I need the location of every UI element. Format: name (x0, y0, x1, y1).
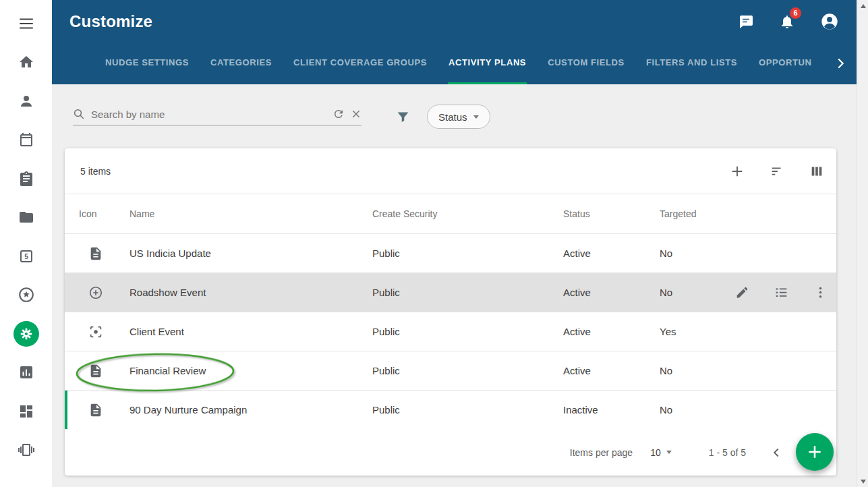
menu-button[interactable] (7, 4, 45, 43)
cell-create-security: Public (372, 365, 563, 376)
table-row[interactable]: Client Event Public Active Yes (65, 312, 836, 351)
add-item-button[interactable] (730, 164, 745, 179)
sidebar-item-calendar[interactable] (7, 121, 45, 160)
chat-button[interactable] (738, 13, 754, 30)
table-header-row: Icon Name Create Security Status Targete… (65, 194, 836, 233)
scroll-up-button[interactable] (857, 0, 868, 11)
col-header-targeted: Targeted (660, 208, 735, 219)
account-icon (820, 12, 839, 31)
table-row[interactable]: US Indicia Update Public Active No (65, 233, 836, 273)
search-icon (73, 108, 85, 120)
refresh-button[interactable] (332, 108, 345, 120)
col-header-status: Status (563, 208, 660, 219)
cell-create-security: Public (372, 326, 563, 337)
svg-text:5: 5 (24, 253, 28, 260)
tabs-overflow-button[interactable] (833, 42, 857, 84)
sort-button[interactable] (770, 164, 784, 179)
sidebar-item-settings[interactable] (7, 314, 45, 353)
scroll-down-button[interactable] (857, 476, 868, 487)
cell-status: Active (563, 287, 660, 298)
table-row[interactable]: Financial Review Public Active No (65, 351, 836, 390)
cell-targeted: No (660, 287, 735, 298)
columns-icon (809, 164, 824, 179)
sidebar-item-files[interactable] (7, 198, 45, 237)
page-size-select[interactable]: 10 (650, 447, 672, 458)
sidebar: 5 (0, 0, 52, 487)
home-icon (18, 54, 34, 70)
page-size-value: 10 (650, 447, 661, 458)
tab-bar: NUDGE SETTINGS CATEGORIES CLIENT COVERAG… (52, 42, 857, 84)
filter-button[interactable] (396, 110, 410, 124)
plus-circle-icon (79, 285, 129, 300)
sidebar-item-tasks[interactable] (7, 159, 45, 198)
sidebar-item-home[interactable] (7, 43, 45, 82)
sidebar-item-contacts[interactable] (7, 82, 45, 121)
vertical-scrollbar[interactable] (857, 0, 868, 487)
account-button[interactable] (820, 12, 839, 31)
menu-icon (18, 15, 35, 32)
cell-targeted: No (660, 248, 735, 259)
activity-plans-card: 5 items Icon Name Create Security Status… (65, 148, 836, 476)
cell-status: Active (563, 365, 660, 376)
columns-button[interactable] (809, 164, 824, 179)
tab-categories[interactable]: CATEGORIES (210, 42, 272, 84)
document-icon (79, 364, 129, 378)
cell-create-security: Public (372, 248, 563, 259)
cell-name: Financial Review (129, 365, 372, 376)
sidebar-item-reports[interactable] (7, 353, 45, 393)
sidebar-item-five[interactable]: 5 (7, 237, 45, 276)
col-header-name: Name (129, 208, 372, 219)
number5-icon: 5 (18, 248, 34, 264)
chevron-down-icon (473, 115, 479, 119)
add-fab-button[interactable] (796, 433, 834, 471)
sort-icon (770, 164, 784, 179)
star-icon (18, 286, 35, 304)
cell-create-security: Public (372, 287, 563, 298)
clear-search-button[interactable] (351, 109, 361, 119)
tab-nudge-settings[interactable]: NUDGE SETTINGS (105, 42, 190, 84)
vibration-icon (18, 442, 34, 458)
pagination-bar: Items per page 10 1 - 5 of 5 (65, 429, 836, 476)
tab-filters-and-lists[interactable]: FILTERS AND LISTS (645, 42, 738, 84)
tab-activity-plans[interactable]: ACTIVITY PLANS (448, 42, 527, 84)
person-icon (18, 93, 34, 109)
table-row[interactable]: 90 Day Nurture Campaign Public Inactive … (65, 390, 836, 429)
target-icon (79, 324, 129, 339)
plus-icon (806, 443, 823, 461)
row-more-button[interactable] (813, 285, 828, 299)
chevron-down-icon (666, 451, 672, 454)
col-header-create-security: Create Security (372, 208, 563, 219)
col-header-icon: Icon (79, 208, 129, 219)
dashboard-icon (18, 403, 34, 420)
search-input[interactable] (91, 109, 326, 120)
list-icon (774, 285, 788, 299)
previous-page-button[interactable] (769, 445, 784, 460)
cell-name: US Indicia Update (129, 248, 372, 259)
status-filter-chip[interactable]: Status (427, 105, 490, 129)
edit-row-button[interactable] (735, 285, 749, 299)
chart-icon (18, 364, 34, 380)
cell-name: Client Event (129, 326, 372, 337)
row-list-button[interactable] (774, 285, 788, 299)
notification-badge: 6 (790, 7, 801, 19)
sidebar-item-favorites[interactable] (7, 276, 45, 315)
tab-custom-fields[interactable]: CUSTOM FIELDS (547, 42, 625, 84)
table-row[interactable]: Roadshow Event Public Active No (65, 273, 836, 312)
cell-targeted: No (660, 404, 735, 416)
tab-client-coverage-groups[interactable]: CLIENT COVERAGE GROUPS (293, 42, 428, 84)
sidebar-item-dashboard[interactable] (7, 392, 45, 431)
chevron-left-icon (769, 445, 784, 460)
cell-status: Active (563, 326, 660, 337)
cell-name: 90 Day Nurture Campaign (129, 404, 372, 416)
plus-icon (730, 164, 745, 179)
sidebar-item-mobile[interactable] (7, 431, 45, 470)
card-header: 5 items (65, 148, 836, 194)
page-title: Customize (69, 12, 152, 31)
chevron-right-icon (833, 56, 848, 71)
items-per-page-label: Items per page (570, 447, 633, 458)
settings-icon (19, 326, 34, 341)
tab-opportunities-truncated[interactable]: OPPORTUN (758, 42, 812, 84)
cell-status: Inactive (563, 404, 660, 416)
status-filter-label: Status (438, 111, 467, 123)
notifications-button[interactable]: 6 (779, 13, 795, 30)
